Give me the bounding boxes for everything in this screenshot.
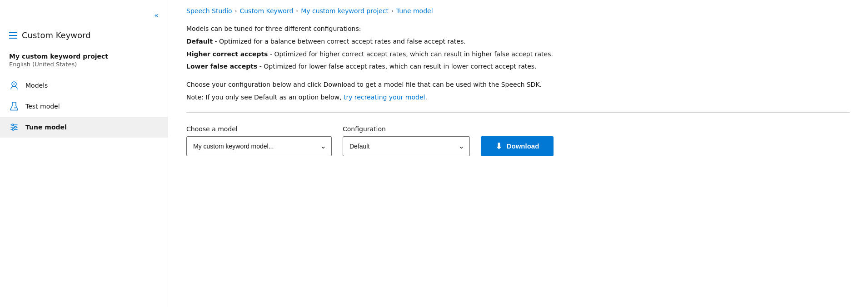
project-section: My custom keyword project English (Unite… bbox=[0, 45, 168, 71]
breadcrumb-custom-keyword[interactable]: Custom Keyword bbox=[239, 7, 293, 15]
model-select-wrapper: My custom keyword model... ⌄ bbox=[186, 136, 332, 156]
config-higher-desc: - Optimized for higher correct accept ra… bbox=[268, 50, 553, 58]
sidebar-item-models[interactable]: Models bbox=[0, 75, 168, 96]
project-name: My custom keyword project bbox=[9, 53, 159, 60]
description-block: Models can be tuned for three different … bbox=[186, 24, 850, 103]
main-content: Speech Studio › Custom Keyword › My cust… bbox=[168, 0, 868, 307]
test-model-label: Test model bbox=[25, 103, 60, 110]
sidebar-nav: Models Test model bbox=[0, 75, 168, 138]
sidebar: « Custom Keyword My custom keyword proje… bbox=[0, 0, 168, 307]
controls-section: Choose a model My custom keyword model..… bbox=[186, 125, 850, 156]
model-select[interactable]: My custom keyword model... bbox=[186, 136, 332, 156]
model-label: Choose a model bbox=[186, 125, 332, 133]
svg-point-9 bbox=[12, 129, 14, 130]
hamburger-icon[interactable] bbox=[9, 32, 17, 39]
config-lower-desc: - Optimized for lower false accept rates… bbox=[257, 63, 536, 70]
breadcrumb-sep-3: › bbox=[391, 8, 394, 14]
breadcrumb: Speech Studio › Custom Keyword › My cust… bbox=[168, 0, 868, 20]
config-higher-name: Higher correct accepts bbox=[186, 50, 268, 58]
config-control-group: Configuration Default Higher correct acc… bbox=[343, 125, 470, 156]
svg-point-3 bbox=[14, 107, 16, 109]
download-label: Download bbox=[507, 142, 539, 150]
config-select-wrapper: Default Higher correct accepts Lower fal… bbox=[343, 136, 470, 156]
config-default-desc: - Optimized for a balance between correc… bbox=[213, 38, 466, 45]
config-label: Configuration bbox=[343, 125, 470, 133]
config-default-name: Default bbox=[186, 38, 213, 45]
breadcrumb-speech-studio[interactable]: Speech Studio bbox=[186, 7, 232, 15]
svg-point-8 bbox=[15, 126, 16, 128]
sidebar-title: Custom Keyword bbox=[22, 30, 91, 40]
breadcrumb-tune-model[interactable]: Tune model bbox=[396, 7, 433, 15]
download-button[interactable]: ⬇ Download bbox=[481, 136, 554, 156]
collapse-sidebar-button[interactable]: « bbox=[152, 9, 160, 21]
tune-icon bbox=[9, 122, 19, 132]
models-label: Models bbox=[25, 82, 48, 89]
svg-point-7 bbox=[12, 124, 14, 126]
config-lower-line: Lower false accepts - Optimized for lowe… bbox=[186, 61, 850, 72]
test-icon bbox=[9, 101, 19, 111]
config-higher-line: Higher correct accepts - Optimized for h… bbox=[186, 49, 850, 60]
intro-text: Models can be tuned for three different … bbox=[186, 24, 850, 35]
breadcrumb-sep-2: › bbox=[296, 8, 298, 14]
config-default-line: Default - Optimized for a balance betwee… bbox=[186, 36, 850, 47]
breadcrumb-project[interactable]: My custom keyword project bbox=[301, 7, 389, 15]
breadcrumb-sep-1: › bbox=[235, 8, 237, 14]
models-icon bbox=[9, 80, 19, 90]
sidebar-item-test-model[interactable]: Test model bbox=[0, 96, 168, 117]
download-arrow-icon: ⬇ bbox=[495, 141, 502, 151]
section-divider bbox=[186, 112, 850, 113]
svg-point-1 bbox=[13, 83, 15, 85]
config-select[interactable]: Default Higher correct accepts Lower fal… bbox=[343, 136, 470, 156]
sdk-info-text: Choose your configuration below and clic… bbox=[186, 79, 850, 90]
config-lower-name: Lower false accepts bbox=[186, 63, 257, 70]
sidebar-header: Custom Keyword bbox=[0, 25, 168, 45]
tune-model-label: Tune model bbox=[25, 124, 67, 131]
note-text: Note: If you only see Default as an opti… bbox=[186, 92, 850, 103]
sidebar-item-tune-model[interactable]: Tune model bbox=[0, 117, 168, 138]
project-language: English (United States) bbox=[9, 61, 159, 68]
recreate-link[interactable]: try recreating your model bbox=[344, 94, 425, 101]
sidebar-collapse-section: « bbox=[0, 5, 168, 25]
content-area: Models can be tuned for three different … bbox=[168, 20, 868, 307]
model-control-group: Choose a model My custom keyword model..… bbox=[186, 125, 332, 156]
